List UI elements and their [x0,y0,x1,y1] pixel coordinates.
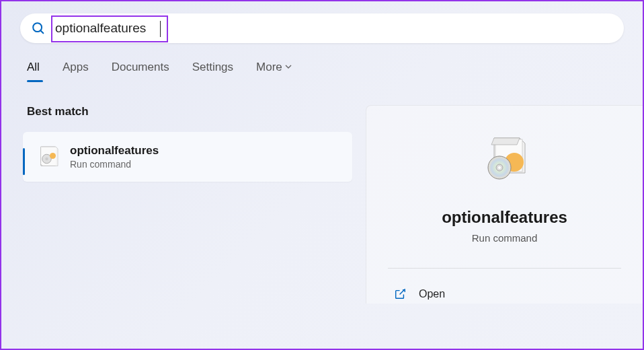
action-open-label: Open [419,288,445,300]
svg-point-6 [50,153,56,159]
text-cursor [160,21,161,37]
chevron-down-icon [285,63,292,71]
tab-documents[interactable]: Documents [112,61,169,81]
search-input[interactable] [55,21,613,36]
content-area: Best match optionalfeatures Run command [1,81,643,304]
action-open[interactable]: Open [388,285,621,304]
results-panel: Best match optionalfeatures Run command [23,105,352,304]
app-box-icon [38,145,62,169]
filter-tabs: All Apps Documents Settings More [1,43,643,81]
best-match-label: Best match [27,105,352,118]
detail-app-icon [477,133,533,189]
tab-apps[interactable]: Apps [63,61,89,81]
result-item-optionalfeatures[interactable]: optionalfeatures Run command [23,132,352,182]
tab-all[interactable]: All [27,61,40,81]
result-title: optionalfeatures [70,144,159,158]
detail-title: optionalfeatures [442,208,567,227]
svg-line-1 [40,30,43,33]
svg-point-11 [498,166,501,169]
tab-more-label: More [256,61,282,74]
detail-subtitle: Run command [472,232,538,244]
search-bar[interactable] [20,13,624,43]
svg-point-5 [45,158,48,161]
open-external-icon [393,287,407,301]
search-icon [31,21,46,36]
divider [388,268,621,269]
detail-panel: optionalfeatures Run command Open [366,105,643,304]
tab-more[interactable]: More [256,61,292,81]
tab-settings[interactable]: Settings [192,61,233,81]
result-subtitle: Run command [70,159,159,170]
